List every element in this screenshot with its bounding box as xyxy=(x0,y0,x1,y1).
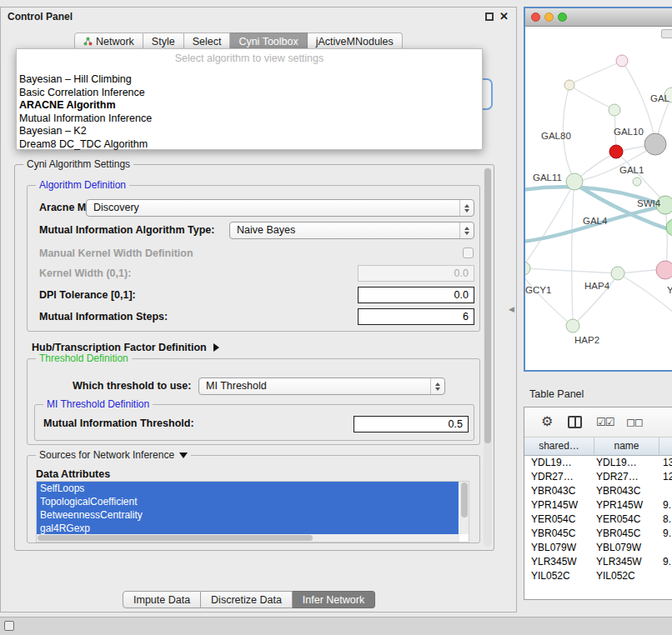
network-node[interactable] xyxy=(611,267,624,280)
network-icon xyxy=(83,37,93,46)
tab-label: Network xyxy=(96,36,134,48)
table-row[interactable]: YIL052CYIL052C xyxy=(524,569,672,583)
column-header-extra[interactable] xyxy=(659,438,672,455)
network-node[interactable] xyxy=(633,178,641,186)
mi-algorithm-type-select[interactable]: Naive Bayes xyxy=(229,222,474,239)
table-row[interactable]: YLR345WYLR345W9. xyxy=(524,555,672,569)
network-node[interactable] xyxy=(609,104,620,116)
tab-jactivemnodules[interactable]: jActiveMNodules xyxy=(308,32,403,50)
scrollbar-thumb[interactable] xyxy=(484,168,491,443)
network-node[interactable] xyxy=(656,261,672,279)
splitter-collapse-icon[interactable]: ◀ xyxy=(509,305,514,313)
tab-impute-data[interactable]: Impute Data xyxy=(123,591,201,608)
table-cell: YBR045C xyxy=(594,527,659,541)
table-row[interactable]: YBL079WYBL079W xyxy=(524,541,672,555)
hub-transcription-factor-section[interactable]: Hub/Transcription Factor Definition xyxy=(32,342,219,353)
scrollbar-thumb[interactable] xyxy=(38,535,313,541)
table-body: YDL19…YDL19…13YDR27…YDR27…12YBR043CYBR04… xyxy=(524,456,672,599)
kernel-width-input[interactable] xyxy=(358,265,474,282)
expand-right-icon[interactable] xyxy=(213,343,219,352)
settings-scrollbar[interactable] xyxy=(484,168,492,547)
tab-label: Select xyxy=(193,36,222,48)
network-graph[interactable]: GALGAL80GAL10GAL11GAL1SWI4GAL4GCY1HAP4YH… xyxy=(525,27,672,370)
table-cell: YDL19… xyxy=(524,456,594,470)
minimize-traffic-light[interactable] xyxy=(544,12,554,22)
table-cell: YDL19… xyxy=(594,456,659,470)
mi-steps-input[interactable] xyxy=(358,308,474,325)
gear-icon[interactable]: ⚙ xyxy=(541,413,553,429)
network-edge xyxy=(569,85,614,110)
minimized-panel-icon[interactable] xyxy=(4,621,14,631)
tab-style[interactable]: Style xyxy=(143,32,184,50)
close-traffic-light[interactable] xyxy=(531,12,540,22)
table-row[interactable]: YER054CYER054C8. xyxy=(524,512,672,527)
list-vertical-scrollbar[interactable] xyxy=(459,482,469,534)
float-window-icon[interactable] xyxy=(485,12,494,21)
tab-cyni-toolbox[interactable]: Cyni Toolbox xyxy=(230,32,307,50)
table-row[interactable]: YDR27…YDR27…12 xyxy=(524,470,672,484)
collapse-down-icon[interactable] xyxy=(179,452,188,458)
algorithm-option[interactable]: Dream8 DC_TDC Algorithm xyxy=(17,138,482,152)
network-node[interactable] xyxy=(525,262,530,275)
algorithm-option[interactable]: Mutual Information Inference xyxy=(17,112,482,126)
network-node[interactable] xyxy=(616,55,628,67)
which-threshold-value: MI Threshold xyxy=(206,380,267,392)
list-horizontal-scrollbar[interactable] xyxy=(37,534,459,542)
scrollbar-thumb[interactable] xyxy=(461,482,468,518)
network-node[interactable] xyxy=(566,319,579,332)
list-item[interactable]: SelfLoops xyxy=(37,482,459,495)
network-node-label: GAL11 xyxy=(533,172,562,182)
table-header: shared… name xyxy=(524,438,672,456)
algorithm-option[interactable]: Bayesian – Hill Climbing xyxy=(17,73,482,87)
sources-group-title[interactable]: Sources for Network Inference xyxy=(36,449,191,461)
table-row[interactable]: YBR045CYBR045C9. xyxy=(524,527,672,541)
network-node[interactable] xyxy=(564,80,574,90)
column-header-name[interactable]: name xyxy=(594,438,659,455)
manual-kernel-width-checkbox[interactable] xyxy=(463,248,474,258)
network-node[interactable] xyxy=(609,145,623,158)
zoom-traffic-light[interactable] xyxy=(558,12,567,22)
table-row[interactable]: YBR043CYBR043C xyxy=(524,484,672,498)
list-item[interactable]: BetweennessCentrality xyxy=(37,508,459,522)
aracne-mode-select[interactable]: Discovery xyxy=(86,199,474,217)
columns-icon[interactable] xyxy=(568,416,582,428)
table-cell xyxy=(659,569,672,583)
scrollbar-nub[interactable] xyxy=(661,29,672,38)
list-item[interactable]: gal4RGexp xyxy=(37,522,459,535)
table-cell: 9. xyxy=(659,527,672,541)
list-item[interactable]: TopologicalCoefficient xyxy=(37,495,459,508)
tab-discretize-data[interactable]: Discretize Data xyxy=(201,591,293,608)
algorithm-option[interactable]: Bayesian – K2 xyxy=(17,125,482,138)
tab-network[interactable]: Network xyxy=(74,32,143,50)
column-header-shared-name[interactable]: shared… xyxy=(524,438,594,455)
control-panel-tabs: Network Style Select Cyni Toolbox jActiv… xyxy=(74,32,403,50)
table-cell: YER054C xyxy=(594,512,659,527)
algorithm-dropdown-popup: Select algorithm to view settings Bayesi… xyxy=(16,48,483,150)
tab-select[interactable]: Select xyxy=(184,32,231,50)
tab-label: Cyni Toolbox xyxy=(238,36,298,48)
data-attributes-list[interactable]: SelfLoops TopologicalCoefficient Between… xyxy=(36,481,469,542)
table-panel-window: ⚙ ☑☑ ◻◻ shared… name YDL19…YDL19…13YDR27… xyxy=(524,407,672,600)
network-edge xyxy=(618,273,672,317)
settings-group-title: Cyni Algorithm Settings xyxy=(23,158,133,170)
close-icon[interactable]: ✕ xyxy=(499,10,509,22)
table-row[interactable]: YDL19…YDL19…13 xyxy=(524,456,672,470)
select-all-columns-icon[interactable]: ☑☑ xyxy=(596,416,614,428)
mi-threshold-input[interactable] xyxy=(354,416,469,432)
dpi-tolerance-input[interactable] xyxy=(358,287,474,303)
deselect-all-columns-icon[interactable]: ◻◻ xyxy=(626,416,643,428)
tab-infer-network[interactable]: Infer Network xyxy=(293,591,375,608)
table-row[interactable]: YPR145WYPR145W9. xyxy=(524,498,672,512)
mi-algorithm-type-label: Mutual Information Algorithm Type: xyxy=(39,222,214,239)
table-cell: YIL052C xyxy=(594,569,659,583)
mi-algorithm-type-value: Naive Bayes xyxy=(237,224,295,236)
network-node[interactable] xyxy=(644,133,666,155)
algorithm-option[interactable]: Basic Correlation Inference xyxy=(17,87,482,100)
table-cell: YDR27… xyxy=(594,470,659,484)
network-node[interactable] xyxy=(566,173,583,190)
which-threshold-select[interactable]: MI Threshold xyxy=(198,378,445,395)
algorithm-option-selected[interactable]: ARACNE Algorithm xyxy=(17,99,482,112)
table-cell: YBR045C xyxy=(524,527,594,541)
network-window-titlebar[interactable] xyxy=(525,8,672,27)
network-canvas[interactable]: GALGAL80GAL10GAL11GAL1SWI4GAL4GCY1HAP4YH… xyxy=(525,27,672,370)
